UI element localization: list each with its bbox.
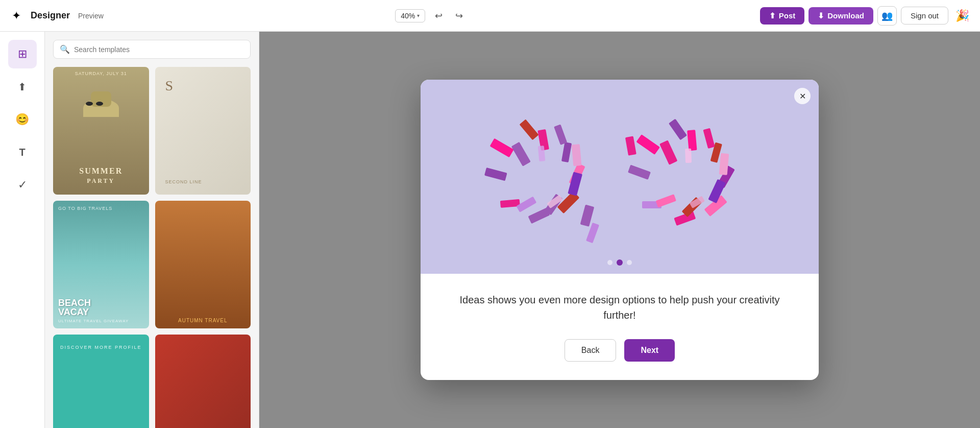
svg-rect-11	[572, 144, 582, 166]
party-button[interactable]: 🎉	[952, 6, 972, 26]
signout-label: Sign out	[911, 11, 939, 20]
download-label: Download	[827, 11, 864, 20]
template-card-teal[interactable]: DISCOVER MORE PROFILE	[53, 335, 149, 428]
zoom-control[interactable]: 40% ▾	[395, 9, 425, 22]
template-card-script[interactable]: S SECOND LINE	[155, 67, 251, 195]
chevron-down-icon: ▾	[417, 13, 420, 18]
app-mode: Preview	[78, 12, 104, 20]
post-button[interactable]: ⬆ Post	[760, 7, 805, 25]
search-bar[interactable]: 🔍	[53, 40, 251, 59]
canvas-area: ✕	[259, 32, 980, 428]
template-grid: SATURDAY, JULY 31 SUMMER PARTY S	[53, 67, 251, 428]
app-title: Designer	[31, 10, 70, 21]
next-button[interactable]: Next	[624, 339, 675, 362]
template-card-red[interactable]	[155, 335, 251, 428]
sidebar: ⊞ ⬆ 😊 T ✓	[0, 32, 45, 428]
svg-rect-12	[568, 172, 582, 196]
template-card-autumn[interactable]: AUTUMN TRAVEL	[155, 201, 251, 328]
svg-rect-32	[685, 149, 692, 163]
sidebar-item-templates[interactable]: ⊞	[8, 40, 37, 68]
templates-icon: ⊞	[18, 47, 27, 61]
svg-rect-2	[561, 142, 572, 162]
modal-image-section: ✕	[421, 80, 819, 274]
post-icon: ⬆	[769, 11, 776, 20]
svg-rect-10	[554, 124, 567, 145]
text-icon: T	[19, 147, 25, 158]
template-panel: 🔍 SATURDAY, JULY 31 SUMMER PARTY	[45, 32, 259, 428]
svg-rect-24	[628, 164, 651, 179]
signout-button[interactable]: Sign out	[901, 7, 948, 25]
share-button[interactable]: 👥	[877, 6, 897, 26]
svg-rect-9	[520, 119, 539, 140]
download-icon: ⬇	[818, 11, 824, 20]
upload-icon: ⬆	[18, 81, 27, 93]
sidebar-item-elements[interactable]: 😊	[8, 105, 37, 134]
svg-rect-26	[669, 118, 687, 140]
checklist-icon: ✓	[18, 178, 27, 192]
svg-rect-14	[516, 197, 536, 212]
svg-rect-35	[625, 136, 636, 155]
app-logo: ✦	[8, 8, 24, 24]
svg-rect-8	[490, 138, 514, 158]
svg-rect-18	[687, 130, 697, 151]
topbar: ✦ Designer Preview 40% ▾ ↩ ↪ ⬆ Post ⬇ Do…	[0, 0, 980, 32]
dot-3	[627, 260, 632, 265]
search-input[interactable]	[74, 45, 244, 54]
post-label: Post	[779, 11, 796, 20]
svg-rect-25	[636, 134, 660, 155]
redo-button[interactable]: ↪	[450, 7, 468, 25]
search-icon: 🔍	[60, 44, 70, 54]
template-card-summer-party[interactable]: SATURDAY, JULY 31 SUMMER PARTY	[53, 67, 149, 195]
zoom-value: 40%	[401, 12, 415, 20]
modal-dialog: ✕	[421, 80, 819, 380]
modal-actions: Back Next	[445, 339, 794, 362]
download-button[interactable]: ⬇ Download	[808, 7, 873, 25]
topbar-right: ⬆ Post ⬇ Download 👥 Sign out 🎉	[760, 6, 972, 26]
sidebar-item-text[interactable]: T	[8, 138, 37, 167]
template-card-beach-vacay[interactable]: GO TO BIG TRAVELS BEACH VACAY ULTIMATE T…	[53, 201, 149, 328]
modal-illustration	[461, 100, 778, 253]
undo-button[interactable]: ↩	[429, 7, 448, 25]
svg-rect-34	[580, 205, 595, 227]
topbar-center: 40% ▾ ↩ ↪	[110, 7, 754, 25]
modal-pagination-dots	[607, 259, 632, 266]
svg-rect-7	[484, 168, 507, 181]
undo-redo-group: ↩ ↪	[429, 7, 468, 25]
svg-rect-17	[659, 140, 677, 164]
share-icon: 👥	[881, 10, 893, 21]
main-area: ⊞ ⬆ 😊 T ✓ 🔍 SATURDAY, JULY 31	[0, 32, 980, 428]
svg-rect-27	[703, 128, 715, 149]
svg-rect-0	[511, 142, 531, 167]
modal-overlay: ✕	[259, 32, 980, 428]
back-button[interactable]: Back	[565, 339, 617, 362]
dot-1	[607, 260, 612, 265]
elements-icon: 😊	[15, 113, 29, 126]
sidebar-item-checklist[interactable]: ✓	[8, 171, 37, 199]
dot-2	[617, 259, 623, 266]
modal-content-section: Ideas shows you even more design options…	[421, 274, 819, 380]
modal-description: Ideas shows you even more design options…	[445, 292, 794, 323]
svg-rect-31	[656, 194, 676, 207]
sidebar-item-upload[interactable]: ⬆	[8, 73, 37, 101]
modal-close-button[interactable]: ✕	[794, 88, 811, 104]
